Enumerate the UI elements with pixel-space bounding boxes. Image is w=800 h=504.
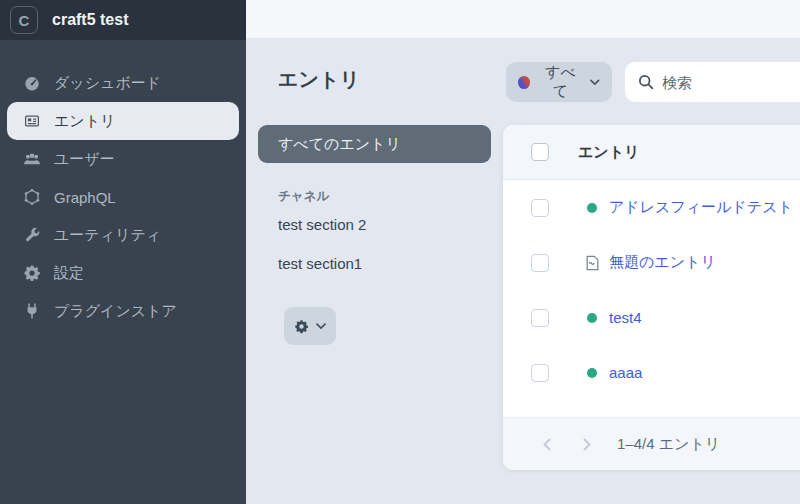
sidebar-item-users[interactable]: ユーザー <box>7 140 239 178</box>
source-settings-button[interactable] <box>284 307 336 345</box>
entry-link[interactable]: 無題のエントリ <box>609 253 716 272</box>
sidebar-item-graphql[interactable]: GraphQL <box>7 178 239 216</box>
sidebar-item-utilities[interactable]: ユーティリティ <box>7 216 239 254</box>
entry-link[interactable]: test4 <box>609 309 642 326</box>
column-header-entries: エントリ <box>578 143 639 162</box>
chevron-right-icon <box>583 438 591 451</box>
site-status-dot-icon <box>518 76 530 89</box>
sidebar-item-label: 設定 <box>54 264 84 283</box>
search-box <box>625 62 800 102</box>
table-row[interactable]: アドレスフィールドテスト <box>503 180 800 235</box>
sidebar-nav: ダッシュボード エントリ ユーザー GraphQL <box>0 40 246 330</box>
craft-logo-icon: C <box>10 6 38 34</box>
pagination-label: 1–4/4 エントリ <box>617 435 720 454</box>
row-checkbox[interactable] <box>531 254 549 272</box>
sidebar-header[interactable]: C craft5 test <box>0 0 246 40</box>
table-row[interactable]: test4 <box>503 290 800 345</box>
site-name: craft5 test <box>52 11 128 29</box>
row-checkbox[interactable] <box>531 364 549 382</box>
status-dot <box>584 310 600 326</box>
entries-table: エントリ アドレスフィールドテスト 無題のエントリ <box>503 125 800 470</box>
table-footer: 1–4/4 エントリ <box>503 417 800 470</box>
row-checkbox[interactable] <box>531 199 549 217</box>
draft-icon <box>584 255 600 271</box>
entry-link[interactable]: アドレスフィールドテスト <box>609 198 793 217</box>
source-group-heading: チャネル <box>278 188 329 205</box>
sidebar-item-entries[interactable]: エントリ <box>7 102 239 140</box>
sidebar-item-label: ダッシュボード <box>54 74 161 93</box>
row-checkbox[interactable] <box>531 309 549 327</box>
craft-admin-app: C craft5 test ダッシュボード エントリ ユーザー <box>0 0 800 504</box>
graphql-icon <box>22 187 42 207</box>
sidebar-item-label: プラグインストア <box>54 302 177 321</box>
sidebar-item-dashboard[interactable]: ダッシュボード <box>7 64 239 102</box>
chevron-down-icon <box>316 323 326 330</box>
page-title: エントリ <box>278 66 360 93</box>
main-area: エントリ すべて すべてのエントリ チャネル test section 2 te… <box>246 0 800 504</box>
status-dot <box>584 365 600 381</box>
search-input[interactable] <box>662 74 792 91</box>
users-icon <box>22 149 42 169</box>
next-page-button[interactable] <box>583 438 591 451</box>
sidebar-item-label: ユーティリティ <box>54 226 161 245</box>
table-header-row: エントリ <box>503 125 800 180</box>
plug-icon <box>22 301 42 321</box>
chevron-down-icon <box>590 79 600 86</box>
table-row[interactable]: 無題のエントリ <box>503 235 800 290</box>
site-filter-label: すべて <box>538 63 582 101</box>
top-strip <box>246 0 800 38</box>
site-filter-button[interactable]: すべて <box>506 62 612 102</box>
gauge-icon <box>22 73 42 93</box>
wrench-icon <box>22 225 42 245</box>
sidebar-item-label: GraphQL <box>54 189 116 206</box>
search-icon <box>638 74 654 90</box>
chevron-left-icon <box>543 438 551 451</box>
gear-icon <box>22 263 42 283</box>
sidebar: C craft5 test ダッシュボード エントリ ユーザー <box>0 0 246 504</box>
source-item-test-section-2[interactable]: test section 2 <box>278 216 366 233</box>
sidebar-item-plugin-store[interactable]: プラグインストア <box>7 292 239 330</box>
table-row[interactable]: aaaa <box>503 345 800 400</box>
source-item-all-entries[interactable]: すべてのエントリ <box>258 125 491 163</box>
newspaper-icon <box>22 111 42 131</box>
source-item-label: すべてのエントリ <box>278 135 401 154</box>
sidebar-item-label: ユーザー <box>54 150 115 169</box>
status-dot <box>584 200 600 216</box>
entry-link[interactable]: aaaa <box>609 364 642 381</box>
select-all-checkbox[interactable] <box>531 143 549 161</box>
sidebar-item-label: エントリ <box>54 112 115 131</box>
sidebar-item-settings[interactable]: 設定 <box>7 254 239 292</box>
previous-page-button[interactable] <box>543 438 551 451</box>
content-area: エントリ すべて すべてのエントリ チャネル test section 2 te… <box>246 38 800 504</box>
source-item-test-section1[interactable]: test section1 <box>278 255 362 272</box>
gear-icon <box>294 319 309 334</box>
